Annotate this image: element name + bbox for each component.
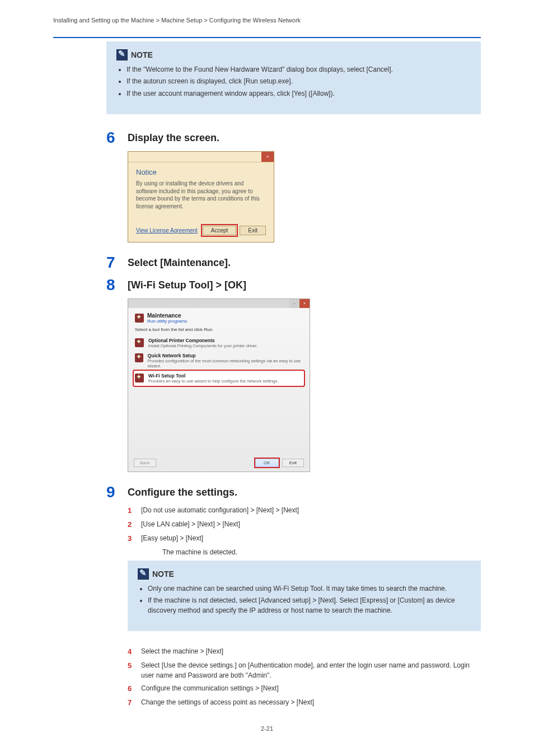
note-line: If the "Welcome to the Found New Hardwar… xyxy=(127,65,471,74)
step-number-9: 9 xyxy=(106,484,120,500)
substep-text: [Easy setup] > [Next] xyxy=(141,534,203,543)
substep-after-text: The machine is detected. xyxy=(162,548,481,557)
note-line: If the machine is not detected, select [… xyxy=(148,596,471,615)
note-icon xyxy=(116,49,128,60)
substep-text: [Use LAN cable] > [Next] > [Next] xyxy=(141,520,240,529)
item-title: Wi-Fi Setup Tool xyxy=(148,373,278,379)
step-title-9: Configure the settings. xyxy=(128,487,237,498)
note-label: NOTE xyxy=(131,50,153,59)
note-line: If the autorun screen is displayed, clic… xyxy=(127,77,471,86)
item-desc: Install Optional Printing Components for… xyxy=(148,343,257,348)
tool-icon xyxy=(135,374,144,382)
item-title: Quick Network Setup xyxy=(148,353,303,358)
substep-text: Select [Use the device settings.] on [Au… xyxy=(141,661,481,680)
note-box: NOTE If the "Welcome to the Found New Ha… xyxy=(106,41,481,114)
substep-text: Change the settings of access point as n… xyxy=(141,698,314,707)
substep-text: Configure the communication settings > [… xyxy=(141,684,279,693)
step-number-8: 8 xyxy=(106,277,120,293)
note-box: NOTE Only one machine can be searched us… xyxy=(128,561,481,631)
note-label: NOTE xyxy=(152,570,174,578)
page-number: 2-21 xyxy=(53,725,481,732)
maintenance-instruction: Select a tool from the list and click Ru… xyxy=(128,325,310,334)
accept-button[interactable]: Accept xyxy=(203,226,237,235)
item-desc: Provides configuration of the most commo… xyxy=(148,358,301,368)
exit-button[interactable]: Exit xyxy=(282,459,304,467)
maintenance-heading: Maintenance xyxy=(147,312,187,319)
header-divider xyxy=(53,37,481,38)
tool-icon xyxy=(135,353,143,362)
substep-number: 6 xyxy=(128,684,135,694)
step-title-8: [Wi-Fi Setup Tool] > [OK] xyxy=(128,279,246,291)
step-title-7: Select [Maintenance]. xyxy=(128,257,231,269)
substep-number: 1 xyxy=(128,506,135,516)
substep-number: 4 xyxy=(128,647,135,657)
maint-item-quick-network[interactable]: Quick Network Setup Provides configurati… xyxy=(134,351,304,371)
substep-text: Select the machine > [Next] xyxy=(141,647,223,656)
header-breadcrumb: Installing and Setting up the Machine > … xyxy=(53,17,301,24)
item-desc: Provides an easy to use wizard to help c… xyxy=(148,379,278,384)
substep-number: 3 xyxy=(128,534,135,544)
substep-number: 7 xyxy=(128,698,135,708)
item-title: Optional Printer Components xyxy=(148,338,257,343)
close-icon[interactable]: × xyxy=(261,152,274,162)
notice-dialog-screenshot: × Notice By using or installing the devi… xyxy=(128,151,274,242)
notice-text: By using or installing the device driver… xyxy=(136,180,266,210)
step-title-6: Display the screen. xyxy=(128,132,219,144)
note-line: Only one machine can be searched using W… xyxy=(148,584,471,594)
notice-heading: Notice xyxy=(136,168,266,176)
step-number-6: 6 xyxy=(106,130,120,146)
back-button[interactable]: Back xyxy=(134,459,156,467)
note-icon xyxy=(138,568,149,580)
maintenance-icon xyxy=(135,314,144,323)
tool-icon xyxy=(135,338,144,347)
close-icon[interactable]: × xyxy=(299,299,310,308)
substep-text: [Do not use automatic configuration] > [… xyxy=(141,506,299,515)
ok-button[interactable]: OK xyxy=(255,459,279,467)
maintenance-dialog-screenshot: – × Maintenance Run utility programs Sel… xyxy=(128,298,310,472)
maint-item-optional-components[interactable]: Optional Printer Components Install Opti… xyxy=(134,335,304,351)
minimize-icon[interactable]: – xyxy=(289,299,299,308)
maint-item-wifi-setup[interactable]: Wi-Fi Setup Tool Provides an easy to use… xyxy=(134,371,304,386)
maintenance-subheading: Run utility programs xyxy=(147,319,187,324)
exit-button[interactable]: Exit xyxy=(240,226,266,235)
step-number-7: 7 xyxy=(106,255,120,270)
substep-number: 5 xyxy=(128,661,135,671)
substep-number: 2 xyxy=(128,520,135,530)
note-line: If the user account management window ap… xyxy=(127,89,471,99)
view-license-link[interactable]: View License Agreement xyxy=(136,227,198,234)
